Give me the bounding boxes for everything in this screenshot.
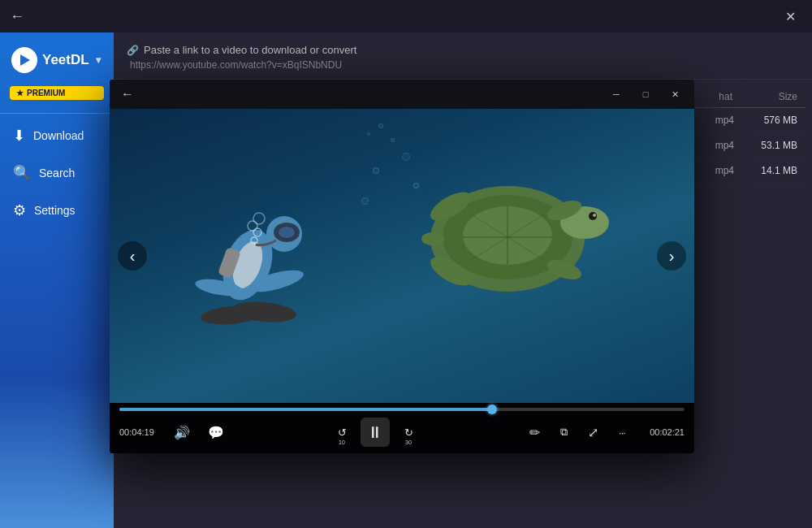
progress-thumb[interactable]	[487, 405, 497, 414]
download-icon: ⬇	[13, 127, 25, 145]
progress-filled	[119, 408, 492, 411]
progress-bar[interactable]	[119, 408, 685, 411]
pen-button[interactable]: ✏	[522, 420, 546, 444]
sidebar-item-settings[interactable]: ⚙ Settings	[0, 192, 114, 229]
subtitles-button[interactable]: 💬	[204, 420, 228, 444]
sidebar-item-download[interactable]: ⬇ Download	[0, 117, 114, 154]
title-bar-back-button[interactable]: ←	[10, 8, 24, 25]
settings-icon: ⚙	[13, 201, 26, 219]
video-area: ‹ ›	[110, 109, 694, 403]
result-size-1: 576 MB	[741, 115, 797, 126]
sidebar-item-search[interactable]: 🔍 Search	[0, 154, 114, 192]
link-icon: 🔗	[127, 45, 139, 56]
pen-icon: ✏	[529, 425, 540, 440]
fullscreen-button[interactable]: ⤢	[581, 420, 605, 444]
url-value-row: https://www.youtube.com/watch?v=xBqISNbN…	[127, 59, 799, 71]
rewind-icon: ↺	[338, 426, 347, 439]
play-pause-icon: ⏸	[367, 423, 383, 442]
sidebar-divider	[0, 113, 114, 114]
video-player-overlay: ← ─ □ ✕	[110, 80, 694, 453]
result-size-2: 53.1 MB	[741, 140, 797, 151]
svg-point-15	[421, 232, 444, 245]
time-remaining: 00:02:21	[644, 427, 685, 437]
center-controls: ↺ 10 ⏸ ↻ 30	[238, 418, 512, 447]
player-nav-left[interactable]: ‹	[118, 241, 147, 270]
player-title-bar: ← ─ □ ✕	[110, 80, 694, 109]
time-elapsed: 00:04:19	[119, 427, 160, 437]
logo-icon	[11, 47, 37, 73]
forward-label: 30	[405, 439, 412, 445]
forward-icon: ↻	[404, 426, 413, 439]
url-bar: 🔗 Paste a link to a video to download or…	[114, 32, 812, 80]
app-window: ← ✕ YeetDL ▾ ★ PREMIUM ⬇	[0, 0, 812, 528]
player-back-button[interactable]: ←	[118, 84, 137, 105]
premium-label: PREMIUM	[27, 89, 65, 97]
search-icon: 🔍	[13, 164, 31, 182]
url-hint-text: 🔗 Paste a link to a video to download or…	[127, 44, 799, 56]
player-controls: 00:04:19 🔊 💬 ↺ 10 ⏸ ↻	[110, 403, 694, 453]
result-size-3: 14.1 MB	[741, 165, 797, 176]
sidebar-logo[interactable]: YeetDL ▾	[0, 39, 114, 86]
svg-point-29	[248, 221, 257, 231]
title-bar-close-button[interactable]: ✕	[778, 4, 802, 28]
logo-text: YeetDL	[42, 52, 89, 68]
player-minimize-button[interactable]: ─	[605, 83, 628, 106]
volume-icon: 🔊	[174, 425, 190, 440]
result-format-3: mp4	[715, 165, 734, 176]
premium-badge[interactable]: ★ PREMIUM	[10, 86, 104, 100]
player-close-button[interactable]: ✕	[663, 83, 686, 106]
sidebar-label-search: Search	[39, 167, 75, 180]
controls-row: 00:04:19 🔊 💬 ↺ 10 ⏸ ↻	[119, 418, 685, 447]
play-pause-button[interactable]: ⏸	[361, 418, 390, 447]
pip-button[interactable]: ⧉	[551, 420, 576, 444]
fullscreen-icon: ⤢	[588, 425, 598, 440]
result-format-1: mp4	[715, 115, 734, 126]
player-maximize-button[interactable]: □	[634, 83, 657, 106]
player-nav-right[interactable]: ›	[657, 241, 686, 270]
svg-point-10	[593, 214, 596, 217]
pip-icon: ⧉	[560, 426, 568, 439]
rewind-button[interactable]: ↺ 10	[330, 420, 354, 444]
forward-button[interactable]: ↻ 30	[396, 420, 421, 444]
title-bar: ← ✕	[0, 0, 812, 32]
result-format-2: mp4	[715, 140, 734, 151]
header-size: Size	[741, 91, 797, 102]
diver-image	[158, 192, 369, 338]
more-icon: ···	[619, 426, 625, 439]
subtitles-icon: 💬	[208, 425, 224, 440]
svg-marker-0	[20, 54, 30, 66]
sidebar-label-settings: Settings	[34, 204, 76, 217]
svg-point-21	[279, 227, 295, 238]
volume-button[interactable]: 🔊	[170, 420, 194, 444]
sidebar: YeetDL ▾ ★ PREMIUM ⬇ Download 🔍 Search ⚙…	[0, 32, 114, 528]
premium-star: ★	[16, 89, 24, 97]
more-button[interactable]: ···	[610, 420, 634, 444]
url-hint-label: Paste a link to a video to download or c…	[144, 44, 356, 56]
right-controls: ✏ ⧉ ⤢ ···	[522, 420, 634, 444]
sidebar-label-download: Download	[33, 129, 84, 142]
svg-point-30	[253, 213, 265, 224]
rewind-label: 10	[339, 439, 345, 445]
turtle-image	[386, 141, 629, 320]
logo-chevron: ▾	[96, 54, 101, 66]
